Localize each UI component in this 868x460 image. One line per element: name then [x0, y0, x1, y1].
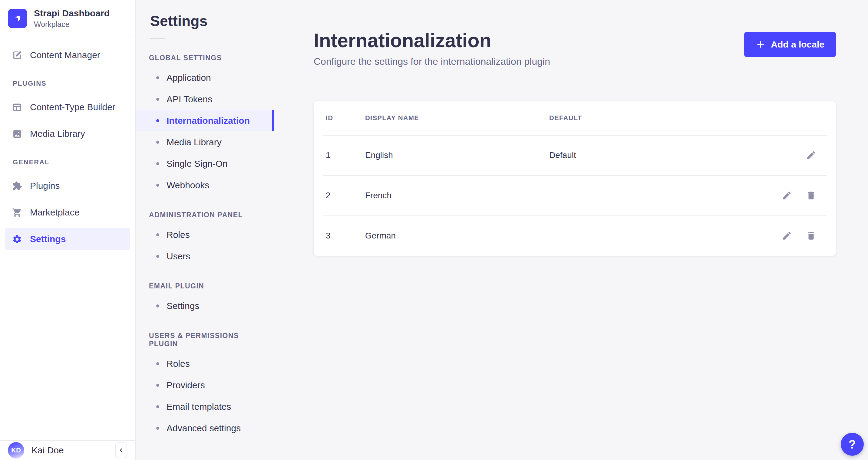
row-actions [781, 190, 836, 202]
subnav-item-internationalization[interactable]: Internationalization [136, 110, 274, 131]
subnav-item-advanced-settings[interactable]: Advanced settings [136, 417, 274, 439]
sidebar-item-content-manager[interactable]: Content Manager [5, 44, 130, 66]
chevron-left-icon [118, 447, 124, 454]
subnav-section-label-users-permissions-plugin: USERS & PERMISSIONS PLUGIN [136, 332, 274, 348]
strapi-logo-icon [8, 9, 27, 28]
edit-locale-button[interactable] [781, 190, 793, 202]
bullet-icon [156, 162, 159, 165]
subnav-item-label: Providers [166, 380, 205, 390]
marketplace-icon [12, 207, 22, 218]
subnav-item-webhooks[interactable]: Webhooks [136, 174, 274, 196]
locale-id-cell: 1 [314, 151, 365, 160]
table-row: 2French [314, 176, 836, 216]
edit-locale-button[interactable] [805, 149, 817, 161]
sidebar-item-label: Media Library [30, 129, 85, 139]
subnav-item-settings[interactable]: Settings [136, 295, 274, 317]
subnav-item-roles[interactable]: Roles [136, 224, 274, 245]
add-locale-label: Add a locale [771, 39, 825, 50]
sidebar-item-media-library[interactable]: Media Library [5, 123, 130, 145]
page-header: Internationalization Configure the setti… [314, 29, 836, 67]
brand-text: Strapi Dashboard Workplace [34, 8, 110, 29]
subnav-item-application[interactable]: Application [136, 67, 274, 88]
table-row: 1EnglishDefault [314, 136, 836, 175]
subnav-item-users[interactable]: Users [136, 245, 274, 267]
sidebar-item-label: Settings [30, 234, 66, 244]
subnav-sections: GLOBAL SETTINGSApplicationAPI TokensInte… [136, 54, 274, 439]
bullet-icon [156, 141, 159, 144]
content-type-builder-icon [12, 102, 22, 112]
subnav-item-media-library[interactable]: Media Library [136, 131, 274, 153]
sidebar-item-plugins[interactable]: Plugins [5, 175, 130, 197]
subnav-section-label-global-settings: GLOBAL SETTINGS [136, 54, 274, 62]
plus-icon [756, 40, 765, 49]
settings-subnav: Settings GLOBAL SETTINGSApplicationAPI T… [136, 0, 274, 460]
delete-locale-button[interactable] [805, 230, 817, 242]
table-body: 1EnglishDefault2French3German [314, 135, 836, 256]
subnav-item-label: Single Sign-On [166, 159, 228, 169]
brand-name: Strapi Dashboard [34, 8, 110, 19]
sidebar-item-label: Content-Type Builder [30, 102, 115, 112]
add-locale-button[interactable]: Add a locale [744, 32, 836, 57]
bullet-icon [156, 362, 159, 365]
subnav-item-roles[interactable]: Roles [136, 353, 274, 374]
subnav-item-label: Email templates [166, 402, 231, 412]
edit-icon [806, 150, 816, 160]
trash-icon [806, 190, 816, 201]
locale-name-cell: German [365, 231, 549, 240]
sidebar-item-settings[interactable]: Settings [5, 228, 130, 250]
subnav-item-label: Webhooks [166, 180, 209, 190]
bullet-icon [156, 384, 159, 387]
subnav-title: Settings [136, 0, 274, 29]
column-header-display-name: DISPLAY NAME [365, 114, 549, 122]
bullet-icon [156, 98, 159, 101]
sidebar-section-label-plugins: PLUGINS [5, 79, 130, 88]
bullet-icon [156, 304, 159, 307]
avatar[interactable]: KD [8, 442, 24, 459]
content-manager-icon [12, 50, 22, 60]
media-library-icon [12, 129, 22, 139]
sidebar-nav: Content ManagerPLUGINSContent-Type Build… [0, 37, 135, 440]
bullet-icon [156, 184, 159, 187]
sidebar-section-label-general: GENERAL [5, 158, 130, 166]
subnav-item-label: Advanced settings [166, 423, 241, 433]
edit-locale-button[interactable] [781, 230, 793, 242]
column-header-default: DEFAULT [549, 114, 836, 122]
row-actions [781, 230, 836, 242]
locale-default-cell: Default [549, 151, 805, 160]
locale-name-cell: French [365, 191, 549, 200]
subnav-item-api-tokens[interactable]: API Tokens [136, 88, 274, 110]
plugins-icon [12, 181, 22, 191]
bullet-icon [156, 405, 159, 408]
delete-locale-button[interactable] [805, 190, 817, 202]
locale-id-cell: 3 [314, 231, 365, 240]
sidebar-item-marketplace[interactable]: Marketplace [5, 201, 130, 224]
subnav-item-single-sign-on[interactable]: Single Sign-On [136, 153, 274, 174]
page-title: Internationalization [314, 29, 550, 52]
subnav-item-email-templates[interactable]: Email templates [136, 396, 274, 417]
column-header-id: ID [314, 114, 365, 122]
help-button[interactable]: ? [841, 433, 864, 456]
collapse-sidebar-button[interactable] [115, 442, 127, 458]
locales-table-card: ID DISPLAY NAME DEFAULT 1EnglishDefault2… [314, 101, 836, 256]
brand-workplace: Workplace [34, 20, 110, 29]
bullet-icon [156, 76, 159, 79]
sidebar-item-content-type-builder[interactable]: Content-Type Builder [5, 96, 130, 118]
settings-icon [12, 234, 22, 244]
main-sidebar: Strapi Dashboard Workplace Content Manag… [0, 0, 136, 460]
bullet-icon [156, 427, 159, 430]
subnav-item-label: Users [166, 251, 190, 261]
table-header-row: ID DISPLAY NAME DEFAULT [314, 101, 836, 135]
subnav-item-providers[interactable]: Providers [136, 374, 274, 396]
page-subtitle: Configure the settings for the internati… [314, 56, 550, 67]
subnav-item-label: Media Library [166, 137, 222, 147]
subnav-divider [150, 38, 165, 39]
subnav-item-label: Application [166, 73, 211, 83]
bullet-icon [156, 255, 159, 258]
subnav-item-label: Roles [166, 359, 190, 369]
sidebar-footer: KD Kai Doe [0, 440, 135, 460]
subnav-section-label-administration-panel: ADMINISTRATION PANEL [136, 211, 274, 219]
brand-header: Strapi Dashboard Workplace [0, 0, 135, 37]
subnav-section-label-email-plugin: EMAIL PLUGIN [136, 282, 274, 290]
sidebar-item-label: Marketplace [30, 207, 79, 218]
subnav-item-label: Internationalization [166, 116, 250, 126]
